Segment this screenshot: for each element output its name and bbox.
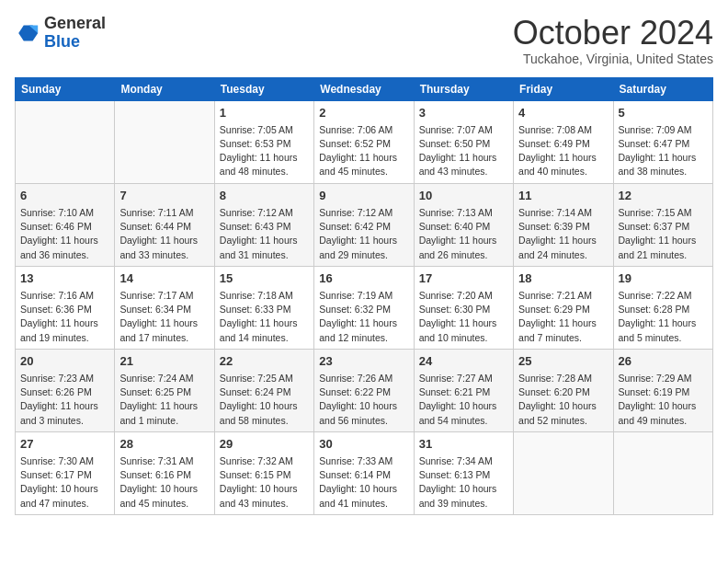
day-info: Sunrise: 7:24 AMSunset: 6:25 PMDaylight:…	[119, 372, 209, 428]
location-subtitle: Tuckahoe, Virginia, United States	[513, 52, 713, 66]
day-number: 10	[419, 188, 508, 204]
day-info: Sunrise: 7:06 AMSunset: 6:52 PMDaylight:…	[319, 123, 408, 179]
day-number: 2	[319, 105, 408, 121]
day-number: 20	[20, 353, 109, 370]
day-number: 8	[220, 188, 309, 204]
calendar-cell: 31Sunrise: 7:34 AMSunset: 6:13 PMDayligh…	[414, 431, 513, 514]
day-number: 28	[119, 436, 209, 453]
calendar-cell: 2Sunrise: 7:06 AMSunset: 6:52 PMDaylight…	[314, 100, 414, 183]
calendar-cell: 20Sunrise: 7:23 AMSunset: 6:26 PMDayligh…	[16, 349, 115, 431]
day-number: 30	[319, 436, 408, 453]
calendar-cell: 10Sunrise: 7:13 AMSunset: 6:40 PMDayligh…	[414, 183, 513, 266]
day-number: 5	[619, 105, 708, 121]
day-number: 25	[518, 353, 608, 370]
day-info: Sunrise: 7:31 AMSunset: 6:16 PMDaylight:…	[119, 454, 209, 511]
logo: General Blue	[15, 15, 106, 52]
calendar-cell: 18Sunrise: 7:21 AMSunset: 6:29 PMDayligh…	[514, 266, 613, 349]
day-info: Sunrise: 7:08 AMSunset: 6:49 PMDaylight:…	[518, 123, 608, 179]
calendar-cell: 25Sunrise: 7:28 AMSunset: 6:20 PMDayligh…	[514, 349, 613, 431]
title-block: October 2024 Tuckahoe, Virginia, United …	[513, 15, 713, 66]
calendar-cell	[115, 100, 214, 183]
day-number: 27	[20, 436, 109, 453]
logo-general: General	[44, 14, 106, 32]
day-number: 14	[119, 270, 209, 287]
calendar-cell: 21Sunrise: 7:24 AMSunset: 6:25 PMDayligh…	[115, 349, 214, 431]
calendar-cell: 8Sunrise: 7:12 AMSunset: 6:43 PMDaylight…	[214, 183, 313, 266]
day-info: Sunrise: 7:30 AMSunset: 6:17 PMDaylight:…	[20, 454, 109, 511]
day-info: Sunrise: 7:17 AMSunset: 6:34 PMDaylight:…	[119, 289, 209, 345]
day-info: Sunrise: 7:33 AMSunset: 6:14 PMDaylight:…	[319, 454, 408, 511]
weekday-header-sunday: Sunday	[16, 77, 115, 100]
calendar-cell	[613, 431, 712, 514]
calendar-cell: 11Sunrise: 7:14 AMSunset: 6:39 PMDayligh…	[514, 183, 613, 266]
calendar-cell: 22Sunrise: 7:25 AMSunset: 6:24 PMDayligh…	[214, 349, 313, 431]
day-number: 12	[619, 188, 708, 204]
calendar-cell: 4Sunrise: 7:08 AMSunset: 6:49 PMDaylight…	[514, 100, 613, 183]
logo-text: General Blue	[44, 15, 106, 52]
page-header: General Blue October 2024 Tuckahoe, Virg…	[15, 15, 713, 66]
day-number: 3	[419, 105, 508, 121]
calendar-cell: 12Sunrise: 7:15 AMSunset: 6:37 PMDayligh…	[613, 183, 712, 266]
day-number: 18	[518, 270, 608, 287]
day-info: Sunrise: 7:05 AMSunset: 6:53 PMDaylight:…	[220, 123, 309, 179]
day-number: 4	[518, 105, 608, 121]
calendar-cell: 27Sunrise: 7:30 AMSunset: 6:17 PMDayligh…	[16, 431, 115, 514]
day-info: Sunrise: 7:11 AMSunset: 6:44 PMDaylight:…	[119, 206, 209, 262]
day-number: 29	[220, 436, 309, 453]
calendar-cell: 26Sunrise: 7:29 AMSunset: 6:19 PMDayligh…	[613, 349, 712, 431]
calendar-cell	[514, 431, 613, 514]
day-info: Sunrise: 7:25 AMSunset: 6:24 PMDaylight:…	[220, 372, 309, 428]
calendar-cell: 30Sunrise: 7:33 AMSunset: 6:14 PMDayligh…	[314, 431, 414, 514]
calendar-cell: 5Sunrise: 7:09 AMSunset: 6:47 PMDaylight…	[613, 100, 712, 183]
day-number: 21	[119, 353, 209, 370]
day-info: Sunrise: 7:27 AMSunset: 6:21 PMDaylight:…	[419, 372, 508, 428]
calendar-cell: 19Sunrise: 7:22 AMSunset: 6:28 PMDayligh…	[613, 266, 712, 349]
day-info: Sunrise: 7:18 AMSunset: 6:33 PMDaylight:…	[220, 289, 309, 345]
day-info: Sunrise: 7:26 AMSunset: 6:22 PMDaylight:…	[319, 372, 408, 428]
calendar-cell: 23Sunrise: 7:26 AMSunset: 6:22 PMDayligh…	[314, 349, 414, 431]
calendar-cell: 24Sunrise: 7:27 AMSunset: 6:21 PMDayligh…	[414, 349, 513, 431]
day-number: 24	[419, 353, 508, 370]
day-number: 15	[220, 270, 309, 287]
day-number: 6	[20, 188, 109, 204]
logo-blue: Blue	[44, 32, 80, 51]
calendar-week-3: 13Sunrise: 7:16 AMSunset: 6:36 PMDayligh…	[16, 266, 713, 349]
calendar-week-5: 27Sunrise: 7:30 AMSunset: 6:17 PMDayligh…	[16, 431, 713, 514]
day-info: Sunrise: 7:19 AMSunset: 6:32 PMDaylight:…	[319, 289, 408, 345]
calendar-cell: 7Sunrise: 7:11 AMSunset: 6:44 PMDaylight…	[115, 183, 214, 266]
day-number: 19	[619, 270, 708, 287]
day-info: Sunrise: 7:20 AMSunset: 6:30 PMDaylight:…	[419, 289, 508, 345]
calendar-cell: 16Sunrise: 7:19 AMSunset: 6:32 PMDayligh…	[314, 266, 414, 349]
weekday-header-thursday: Thursday	[414, 77, 513, 100]
calendar-cell: 29Sunrise: 7:32 AMSunset: 6:15 PMDayligh…	[214, 431, 313, 514]
day-info: Sunrise: 7:28 AMSunset: 6:20 PMDaylight:…	[518, 372, 608, 428]
day-info: Sunrise: 7:09 AMSunset: 6:47 PMDaylight:…	[619, 123, 708, 179]
calendar-cell: 28Sunrise: 7:31 AMSunset: 6:16 PMDayligh…	[115, 431, 214, 514]
day-number: 9	[319, 188, 408, 204]
calendar-cell	[16, 100, 115, 183]
day-number: 26	[619, 353, 708, 370]
day-info: Sunrise: 7:07 AMSunset: 6:50 PMDaylight:…	[419, 123, 508, 179]
calendar-week-4: 20Sunrise: 7:23 AMSunset: 6:26 PMDayligh…	[16, 349, 713, 431]
calendar-week-2: 6Sunrise: 7:10 AMSunset: 6:46 PMDaylight…	[16, 183, 713, 266]
weekday-header-wednesday: Wednesday	[314, 77, 414, 100]
weekday-header-monday: Monday	[115, 77, 214, 100]
day-info: Sunrise: 7:10 AMSunset: 6:46 PMDaylight:…	[20, 206, 109, 262]
day-info: Sunrise: 7:12 AMSunset: 6:43 PMDaylight:…	[220, 206, 309, 262]
calendar-cell: 9Sunrise: 7:12 AMSunset: 6:42 PMDaylight…	[314, 183, 414, 266]
calendar-cell: 6Sunrise: 7:10 AMSunset: 6:46 PMDaylight…	[16, 183, 115, 266]
day-info: Sunrise: 7:16 AMSunset: 6:36 PMDaylight:…	[20, 289, 109, 345]
day-info: Sunrise: 7:22 AMSunset: 6:28 PMDaylight:…	[619, 289, 708, 345]
calendar-cell: 1Sunrise: 7:05 AMSunset: 6:53 PMDaylight…	[214, 100, 313, 183]
day-number: 7	[119, 188, 209, 204]
day-number: 11	[518, 188, 608, 204]
day-number: 13	[20, 270, 109, 287]
calendar-week-1: 1Sunrise: 7:05 AMSunset: 6:53 PMDaylight…	[16, 100, 713, 183]
logo-icon	[15, 20, 40, 46]
day-info: Sunrise: 7:32 AMSunset: 6:15 PMDaylight:…	[220, 454, 309, 511]
day-info: Sunrise: 7:13 AMSunset: 6:40 PMDaylight:…	[419, 206, 508, 262]
day-info: Sunrise: 7:23 AMSunset: 6:26 PMDaylight:…	[20, 372, 109, 428]
calendar-cell: 14Sunrise: 7:17 AMSunset: 6:34 PMDayligh…	[115, 266, 214, 349]
month-title: October 2024	[513, 15, 713, 52]
day-number: 22	[220, 353, 309, 370]
